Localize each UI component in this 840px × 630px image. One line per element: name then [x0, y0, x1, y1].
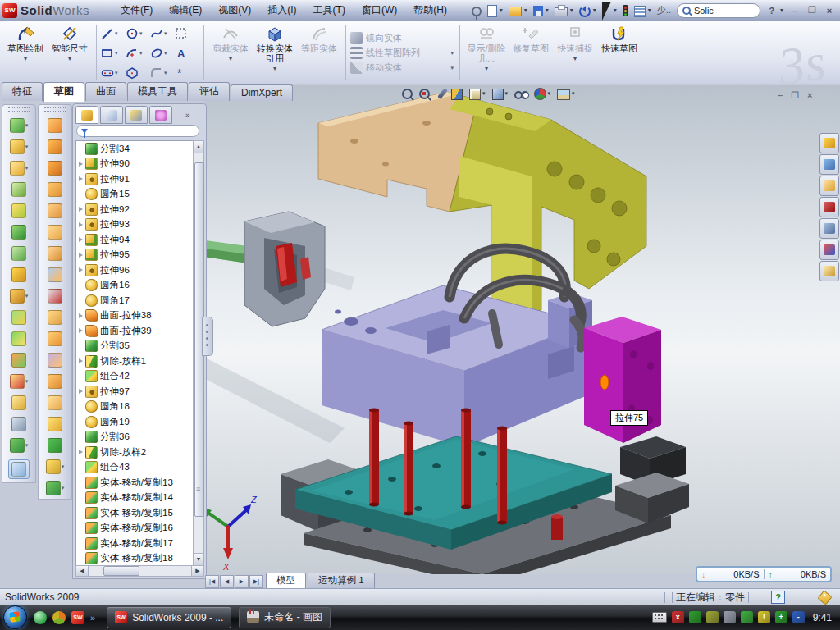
menu-item-窗口(W)[interactable]: 窗口(W): [354, 1, 405, 20]
planar-surface-button[interactable]: [48, 246, 62, 261]
scroll-down-button[interactable]: ▼: [194, 553, 203, 565]
tab-模具工具[interactable]: 模具工具: [127, 82, 188, 101]
trim-surface-button[interactable]: [48, 353, 62, 368]
scroll-left-button[interactable]: ◀: [76, 566, 89, 576]
delete-body-button[interactable]: ▾: [10, 374, 29, 389]
move-entities-button[interactable]: 移动实体▾: [350, 62, 455, 74]
next-tab-button[interactable]: ▶: [235, 575, 249, 588]
taskbar-button-未命名 - 画图[interactable]: 未命名 - 画图: [239, 607, 331, 628]
instant3d-button[interactable]: [8, 459, 30, 479]
sketch-button[interactable]: 草图绘制▾: [3, 22, 48, 84]
move-copy-body-button[interactable]: [11, 353, 26, 368]
save-button[interactable]: [533, 6, 543, 16]
dropdown-caret[interactable]: ▾: [25, 442, 29, 449]
arc-button[interactable]: ▾: [126, 43, 150, 63]
dropdown-caret[interactable]: ▾: [25, 293, 29, 299]
doc-close-button[interactable]: ×: [807, 90, 812, 101]
tree-item[interactable]: 圆角18: [76, 399, 194, 415]
dropdown-caret[interactable]: ▾: [25, 378, 29, 385]
dropdown-caret[interactable]: ▾: [25, 144, 29, 150]
file-explorer-tab[interactable]: [819, 176, 839, 196]
filled-surface-button[interactable]: [48, 225, 62, 240]
expand-arrow-icon[interactable]: [79, 176, 83, 181]
tree-item[interactable]: 拉伸91: [76, 171, 194, 187]
smart-dimension-button[interactable]: 智能尺寸▾: [48, 22, 92, 84]
section-button[interactable]: [451, 88, 463, 100]
tree-item[interactable]: 圆角17: [76, 293, 194, 308]
panel-splitter-handle[interactable]: [202, 317, 213, 356]
spiral-curve-button[interactable]: ▾: [46, 481, 65, 495]
tree-filter-input[interactable]: [76, 125, 199, 137]
point-button[interactable]: *: [175, 63, 199, 83]
doc-minimize-button[interactable]: –: [778, 90, 783, 101]
network-monitor-widget[interactable]: ↓ 0KB/S ↑ 0KB/S: [696, 566, 832, 582]
design-library-tab[interactable]: [819, 154, 839, 175]
fillet-surface-button[interactable]: [48, 417, 62, 431]
model-3d-view[interactable]: Y Z X: [205, 85, 840, 574]
view-palette-tab[interactable]: [819, 218, 839, 239]
dropdown-caret[interactable]: ▾: [593, 7, 596, 14]
split-button[interactable]: [11, 331, 26, 346]
last-tab-button[interactable]: ▶|: [249, 575, 263, 588]
scroll-right-button[interactable]: ▶: [191, 566, 203, 576]
tree-horizontal-scrollbar[interactable]: ◀ ▶: [75, 565, 204, 577]
slot-button[interactable]: ▾: [101, 63, 126, 83]
dropdown-caret[interactable]: ▾: [62, 463, 65, 470]
fillet-button[interactable]: ▾: [10, 161, 29, 176]
tree-item[interactable]: 拉伸94: [76, 232, 194, 248]
dropdown-caret[interactable]: ▾: [546, 7, 549, 14]
doc-restore-button[interactable]: ❐: [791, 90, 799, 101]
restore-button[interactable]: ❐: [806, 5, 818, 16]
linear-sketch-pattern-button[interactable]: 线性草图阵列▾: [350, 47, 455, 59]
scroll-up-button[interactable]: ▲: [194, 141, 203, 153]
linear-pattern-button[interactable]: ▾: [10, 289, 29, 304]
undo-button[interactable]: [579, 6, 591, 17]
hide-show-button[interactable]: ▾: [514, 88, 527, 99]
spline-button[interactable]: ▾: [150, 24, 175, 43]
tree-item[interactable]: 实体-移动/复制16: [76, 521, 194, 536]
tree-item[interactable]: 拉伸93: [76, 217, 194, 233]
dimxpert-manager-tab[interactable]: [149, 106, 172, 124]
search-box[interactable]: Solic: [677, 3, 760, 18]
toolbar-overflow[interactable]: 少..: [657, 4, 671, 16]
sketch-fillet-button[interactable]: ▾: [150, 63, 175, 83]
swept-boss-button[interactable]: [11, 225, 26, 240]
select-button[interactable]: [602, 2, 611, 21]
quicklaunch-messenger-icon[interactable]: [34, 611, 47, 624]
pin-icon[interactable]: [472, 7, 482, 16]
dropdown-caret[interactable]: ▾: [524, 7, 527, 14]
blocked-app-icon[interactable]: -: [792, 611, 805, 623]
tree-item[interactable]: 实体-移动/复制18: [76, 551, 194, 567]
expand-arrow-icon[interactable]: [79, 237, 83, 242]
volume-icon[interactable]: [724, 611, 736, 623]
close-button[interactable]: ×: [824, 6, 835, 16]
lofted-surface-button[interactable]: [48, 182, 62, 197]
antivirus-icon[interactable]: +: [775, 611, 788, 623]
expand-arrow-icon[interactable]: [79, 328, 83, 333]
dropdown-caret[interactable]: ▾: [548, 90, 551, 97]
offset-entities-button[interactable]: 等距实体: [297, 22, 341, 84]
menu-item-视图(V)[interactable]: 视图(V): [210, 1, 259, 20]
tab-曲面[interactable]: 曲面: [85, 82, 126, 101]
tab-特征[interactable]: 特征: [2, 82, 43, 101]
rapid-sketch-button[interactable]: 快速草图: [597, 22, 641, 84]
tree-item[interactable]: 分割36: [76, 430, 194, 445]
tree-item[interactable]: 切除-放样1: [76, 354, 194, 369]
property-manager-tab[interactable]: [100, 106, 123, 124]
open-button[interactable]: [509, 7, 522, 16]
prev-tab-button[interactable]: ◀: [220, 575, 234, 588]
tree-item[interactable]: 拉伸96: [76, 262, 194, 278]
doc-tab-运动算例 1[interactable]: 运动算例 1: [308, 573, 375, 588]
chamfer-button[interactable]: [11, 182, 26, 197]
magnify-button[interactable]: [436, 88, 445, 99]
appearances-button[interactable]: ▾: [534, 87, 551, 100]
dropdown-caret[interactable]: ▾: [614, 7, 617, 14]
tree-item[interactable]: 分割34: [76, 141, 194, 157]
print-button[interactable]: [555, 7, 568, 16]
tree-item[interactable]: 圆角15: [76, 187, 194, 203]
reference-axis-button[interactable]: [11, 417, 26, 431]
dropdown-caret[interactable]: ▾: [500, 7, 503, 14]
line-button[interactable]: ▾: [101, 24, 126, 43]
delete-face-button[interactable]: [48, 289, 62, 304]
feature-manager-tab[interactable]: [75, 106, 98, 124]
